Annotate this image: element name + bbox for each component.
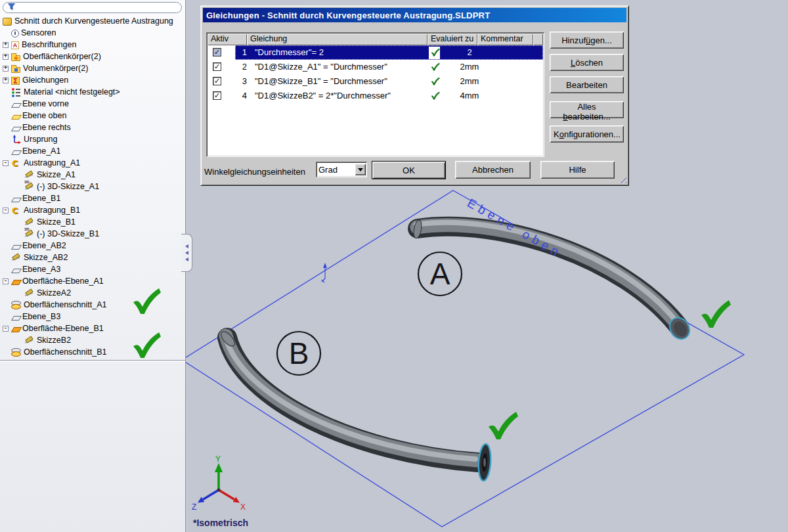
tree-filter-box[interactable] — [3, 2, 182, 13]
dropdown-arrow-icon — [358, 168, 363, 171]
tree-pane-divider[interactable] — [0, 360, 185, 362]
tree-item-label: (-) 3D-Skizze_B1 — [37, 228, 99, 240]
tree-item-oberfl-che-ebene-a1[interactable]: -Oberfläche-Ebene_A1 — [0, 275, 185, 287]
tree-item-label: Skizze_A1 — [37, 169, 76, 181]
bearbeiten-button[interactable]: Bearbeiten — [550, 76, 624, 93]
tree-expand-toggle[interactable]: + — [3, 54, 9, 60]
active-checkbox[interactable]: ✓ — [213, 91, 221, 100]
equation-row-2[interactable]: ✓2"D1@Skizze_A1" = "Durchmesser"2mm — [208, 60, 543, 74]
tree-item-ursprung[interactable]: +Ursprung — [0, 133, 185, 145]
tree-expand-toggle[interactable]: - — [3, 326, 9, 332]
tree-item-label: Ebene_B1 — [22, 192, 60, 204]
evaluated-value: 2mm — [449, 76, 490, 86]
surface-cut-icon — [11, 347, 21, 357]
panel-splitter-handle[interactable] — [181, 234, 192, 272]
alles-bearbeiten-button[interactable]: Alles bearbeiten... — [550, 101, 624, 118]
angle-units-value: Grad — [316, 165, 355, 175]
tree-item-ebene-ab2[interactable]: +Ebene_AB2 — [0, 240, 185, 252]
tree-expand-toggle[interactable]: - — [3, 278, 9, 284]
konfigurationen-button[interactable]: Konfigurationen... — [550, 125, 624, 143]
sketch-icon — [11, 253, 21, 263]
check-icon — [489, 412, 518, 439]
column-header-aktiv[interactable]: Aktiv — [208, 33, 247, 45]
tree-item-ebene-b1[interactable]: +Ebene_B1 — [0, 192, 185, 204]
filter-input[interactable] — [18, 3, 177, 13]
tree-item-skizze-a1[interactable]: +Skizze_A1 — [0, 169, 185, 181]
origin-icon — [11, 135, 21, 144]
sweep-icon — [11, 206, 21, 215]
ok-button[interactable]: OK — [372, 161, 446, 179]
equation-text[interactable]: "D1@SkizzeB2" = 2*"Durchmesser" — [255, 91, 391, 100]
tree-item-gleichungen[interactable]: +Gleichungen — [0, 74, 185, 86]
tree-item-label: Ebene_B3 — [22, 311, 60, 322]
tube-b-flange[interactable] — [477, 443, 492, 481]
tree-item-3d-skizze-a1[interactable]: +3D(-) 3D-Skizze_A1 — [0, 181, 185, 192]
hinzuf-gen-button[interactable]: Hinzufügen... — [550, 32, 624, 49]
axis-y-label: Y — [215, 454, 221, 464]
tree-item-austragung-a1[interactable]: -Austragung_A1 — [0, 157, 185, 169]
tree-item-ebene-oben[interactable]: +Ebene oben — [0, 110, 185, 122]
equations-table[interactable]: Aktiv Gleichung Evaluiert zu Kommentar ✓… — [206, 32, 544, 157]
angle-units-dropdown[interactable]: Grad — [316, 162, 367, 177]
active-checkbox[interactable]: ✓ — [213, 62, 221, 71]
tree-item-beschriftungen[interactable]: +Beschriftungen — [0, 39, 185, 51]
tree-item-label: Ebene_AB2 — [22, 240, 66, 252]
cancel-button[interactable]: Abbrechen — [455, 161, 531, 179]
plane-icon — [11, 150, 22, 155]
tree-item-label: Ebene vorne — [22, 98, 69, 110]
tree-item-label: Ebene rechts — [22, 122, 71, 133]
equation-text[interactable]: "Durchmesser"= 2 — [255, 47, 324, 57]
plane-ebene-oben-outline[interactable] — [186, 190, 744, 527]
sketch-origin-icon — [322, 263, 327, 282]
equation-row-4[interactable]: ✓4"D1@SkizzeB2" = 2*"Durchmesser"4mm — [208, 89, 543, 103]
tree-item-sensoren[interactable]: +Sensoren — [0, 27, 185, 39]
equations-icon — [11, 77, 20, 85]
sketch-icon — [24, 288, 34, 298]
tree-item-oberfl-chenk-rper-2[interactable]: +Oberflächenkörper(2) — [0, 51, 185, 62]
swept-tube-a[interactable] — [412, 219, 693, 343]
tree-item-ebene-vorne[interactable]: +Ebene vorne — [0, 98, 185, 110]
tree-item-material-nicht-festgelegt[interactable]: +Material <nicht festgelegt> — [0, 86, 185, 98]
dialog-titlebar[interactable]: Gleichungen - Schnitt durch Kurvengesteu… — [203, 8, 626, 22]
tree-expand-toggle[interactable]: + — [3, 42, 9, 48]
tree-expand-toggle[interactable]: + — [3, 78, 9, 83]
tree-item-ebene-rechts[interactable]: +Ebene rechts — [0, 122, 185, 133]
tree-item-3d-skizze-b1[interactable]: +3D(-) 3D-Skizze_B1 — [0, 228, 185, 240]
equation-number: 2 — [236, 62, 247, 72]
equation-text[interactable]: "D1@Skizze_A1" = "Durchmesser" — [255, 62, 387, 72]
sketch3d-icon: 3D — [24, 229, 34, 239]
splitter-arrows-icon — [185, 257, 188, 261]
column-header-kommentar[interactable]: Kommentar — [477, 33, 533, 45]
tree-expand-toggle[interactable]: + — [3, 66, 9, 72]
swept-tube-b[interactable] — [219, 330, 492, 481]
tree-expand-toggle[interactable]: - — [3, 208, 9, 213]
column-header-gleichung[interactable]: Gleichung — [247, 33, 427, 45]
equation-text[interactable]: "D1@Skizze_B1" = "Durchmesser" — [255, 76, 387, 86]
dropdown-button[interactable] — [355, 164, 366, 175]
l-schen-button[interactable]: Löschen — [550, 54, 624, 71]
axis-z-label: Z — [192, 502, 196, 512]
tree-item-label: Oberfläche-Ebene_B1 — [22, 322, 104, 334]
help-button[interactable]: Hilfe — [540, 161, 615, 179]
tree-item-label: Ebene_A1 — [22, 145, 60, 157]
equation-row-3[interactable]: ✓3"D1@Skizze_B1" = "Durchmesser"2mm — [208, 74, 543, 89]
active-checkbox[interactable]: ✓ — [213, 48, 221, 56]
tree-item-austragung-b1[interactable]: -Austragung_B1 — [0, 204, 185, 216]
surface-plane-icon — [11, 280, 22, 285]
resize-grip-icon[interactable] — [617, 174, 626, 183]
equation-row-1[interactable]: ✓1"Durchmesser"= 22 — [208, 45, 543, 60]
tree-item-label: Gleichungen — [22, 74, 68, 86]
tree-item-skizze-ab2[interactable]: +Skizze_AB2 — [0, 252, 185, 263]
check-icon — [431, 62, 440, 71]
tree-item-schnitt-durch-kurvengesteuerte-austragung[interactable]: Schnitt durch Kurvengesteuerte Austragun… — [0, 15, 185, 27]
active-checkbox[interactable]: ✓ — [213, 77, 221, 85]
tree-item-ebene-a1[interactable]: +Ebene_A1 — [0, 145, 185, 157]
tree-item-label: Material <nicht festgelegt> — [24, 86, 120, 98]
column-header-evaluiert[interactable]: Evaluiert zu — [427, 33, 477, 45]
equations-rows: ✓1"Durchmesser"= 22✓2"D1@Skizze_A1" = "D… — [208, 45, 543, 103]
tree-item-ebene-a3[interactable]: +Ebene_A3 — [0, 263, 185, 275]
tree-expand-toggle[interactable]: - — [3, 160, 9, 166]
tree-item-label: Beschriftungen — [22, 39, 76, 51]
tree-item-skizze-b1[interactable]: +Skizze_B1 — [0, 216, 185, 228]
tree-item-volumenk-rper-2[interactable]: +Volumenkörper(2) — [0, 62, 185, 74]
